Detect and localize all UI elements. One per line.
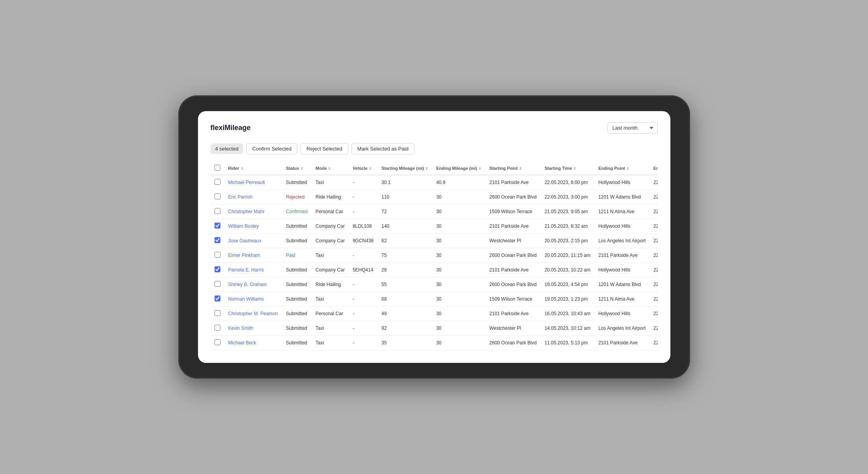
starting_mileage-cell: 92 [378, 321, 432, 336]
rider-link[interactable]: Pamela E. Harris [228, 267, 264, 273]
sort-icon: ⇕ [300, 167, 304, 171]
vehicle-cell: - [349, 204, 378, 219]
table-row: Christopher MahrConfirmedPersonal Car-72… [211, 204, 658, 219]
status-cell: Submitted [282, 263, 311, 277]
mode-cell: Ride Hailing [312, 277, 349, 292]
row-checkbox[interactable] [215, 296, 220, 301]
vehicle-cell: - [349, 175, 378, 190]
row-checkbox[interactable] [215, 208, 220, 214]
th-rider[interactable]: Rider⇕ [224, 162, 282, 175]
rider-cell[interactable]: Norman Williams [224, 292, 282, 307]
row-checkbox[interactable] [215, 339, 220, 345]
select-all-checkbox[interactable] [215, 165, 220, 171]
row-checkbox-cell[interactable] [211, 175, 224, 190]
th-vehicle[interactable]: Vehicle⇕ [349, 162, 378, 175]
ending_time-cell: 22.05.2023, 6:30 pm [650, 219, 657, 234]
th-mode[interactable]: Mode⇕ [312, 162, 349, 175]
starting_point-cell: 2600 Ocean Park Blvd [485, 336, 540, 350]
reject-selected-button[interactable]: Reject Selected [300, 143, 348, 154]
rider-cell[interactable]: Pamela E. Harris [224, 263, 282, 277]
row-checkbox-cell[interactable] [211, 219, 224, 234]
th-ending_time[interactable]: Ending Time⇕ [650, 162, 657, 175]
row-checkbox[interactable] [215, 325, 220, 331]
rider-cell[interactable]: Christopher Mahr [224, 204, 282, 219]
screen: flexiMileage Last monthThis monthLast 3 … [198, 111, 670, 363]
starting_time-cell: 19.05.2023, 1:23 pm [540, 292, 594, 307]
status-cell: Submitted [282, 219, 311, 234]
row-checkbox-cell[interactable] [211, 307, 224, 321]
row-checkbox[interactable] [215, 281, 220, 287]
rider-cell[interactable]: Kevin Smith [224, 321, 282, 336]
starting_time-cell: 22.05.2023, 6:00 pm [540, 175, 594, 190]
th-starting_mileage[interactable]: Starting Mileage (mi)⇕ [378, 162, 432, 175]
th-ending_mileage[interactable]: Ending Mileage (mi)⇕ [432, 162, 485, 175]
ending_point-cell: Hollywood Hills [594, 219, 650, 234]
confirm-selected-button[interactable]: Confirm Selected [246, 143, 298, 154]
rider-link[interactable]: Eric Parrish [228, 194, 253, 200]
row-checkbox-cell[interactable] [211, 336, 224, 350]
row-checkbox-cell[interactable] [211, 204, 224, 219]
ending_mileage-cell: 30 [432, 219, 485, 234]
ending_point-cell: 2101 Parkside Ave [594, 336, 650, 350]
table-row: Pamela E. HarrisSubmittedCompany Car5EHQ… [211, 263, 658, 277]
ending_time-cell: 22.05.2023, 6:30 pm [650, 321, 657, 336]
vehicle-cell: - [349, 248, 378, 263]
row-checkbox-cell[interactable] [211, 292, 224, 307]
row-checkbox-cell[interactable] [211, 263, 224, 277]
starting_mileage-cell: 49 [378, 307, 432, 321]
rider-link[interactable]: Christopher M. Pearson [228, 311, 278, 316]
rider-link[interactable]: Norman Williams [228, 296, 264, 302]
rider-cell[interactable]: Michael Beck [224, 336, 282, 350]
ending_mileage-cell: 40.9 [432, 175, 485, 190]
row-checkbox[interactable] [215, 266, 220, 272]
sort-icon: ⇕ [519, 167, 522, 171]
row-checkbox[interactable] [215, 310, 220, 316]
row-checkbox-cell[interactable] [211, 277, 224, 292]
th-ending_point[interactable]: Ending Point⇕ [594, 162, 650, 175]
starting_time-cell: 22.05.2023, 3:00 pm [540, 190, 594, 204]
rider-link[interactable]: Michael Perreault [228, 180, 265, 185]
th-starting_time[interactable]: Starting Time⇕ [540, 162, 594, 175]
rider-link[interactable]: Kevin Smith [228, 325, 254, 331]
row-checkbox[interactable] [215, 223, 220, 229]
rider-link[interactable]: William Bosley [228, 223, 259, 229]
row-checkbox[interactable] [215, 237, 220, 243]
starting_point-cell: 2101 Parkside Ave [485, 263, 540, 277]
starting_mileage-cell: 75 [378, 248, 432, 263]
rider-link[interactable]: Michael Beck [228, 340, 256, 346]
sort-icon: ⇕ [626, 167, 629, 171]
status-cell: Submitted [282, 175, 311, 190]
select-all-header[interactable] [211, 162, 224, 175]
row-checkbox[interactable] [215, 179, 220, 185]
th-starting_point[interactable]: Starting Point⇕ [485, 162, 540, 175]
row-checkbox-cell[interactable] [211, 321, 224, 336]
rider-link[interactable]: Elmer Pinkham [228, 253, 260, 258]
rider-cell[interactable]: Elmer Pinkham [224, 248, 282, 263]
table-row: Christopher M. PearsonSubmittedPersonal … [211, 307, 658, 321]
sort-icon: ⇕ [369, 167, 372, 171]
th-status[interactable]: Status⇕ [282, 162, 311, 175]
row-checkbox[interactable] [215, 252, 220, 258]
rider-link[interactable]: Shirley B. Graham [228, 282, 267, 287]
mode-cell: Company Car [312, 219, 349, 234]
rider-cell[interactable]: Shirley B. Graham [224, 277, 282, 292]
row-checkbox-cell[interactable] [211, 234, 224, 248]
starting_mileage-cell: 68 [378, 292, 432, 307]
rider-cell[interactable]: Eric Parrish [224, 190, 282, 204]
rider-cell[interactable]: William Bosley [224, 219, 282, 234]
row-checkbox-cell[interactable] [211, 248, 224, 263]
rider-link[interactable]: Jose Gautreaux [228, 238, 262, 244]
row-checkbox[interactable] [215, 193, 220, 199]
rider-cell[interactable]: Christopher M. Pearson [224, 307, 282, 321]
starting_time-cell: 16.05.2023, 10:43 am [540, 307, 594, 321]
table-row: Shirley B. GrahamSubmittedRide Hailing-5… [211, 277, 658, 292]
rider-cell[interactable]: Jose Gautreaux [224, 234, 282, 248]
filter-select[interactable]: Last monthThis monthLast 3 monthsAll tim… [607, 122, 658, 134]
mark-paid-button[interactable]: Mark Selected as Paid [352, 143, 415, 154]
row-checkbox-cell[interactable] [211, 190, 224, 204]
starting_time-cell: 11.05.2023, 5:13 pm [540, 336, 594, 350]
rider-cell[interactable]: Michael Perreault [224, 175, 282, 190]
rider-link[interactable]: Christopher Mahr [228, 209, 265, 214]
starting_point-cell: 1509 Wilson Terrace [485, 292, 540, 307]
mode-cell: Taxi [312, 175, 349, 190]
